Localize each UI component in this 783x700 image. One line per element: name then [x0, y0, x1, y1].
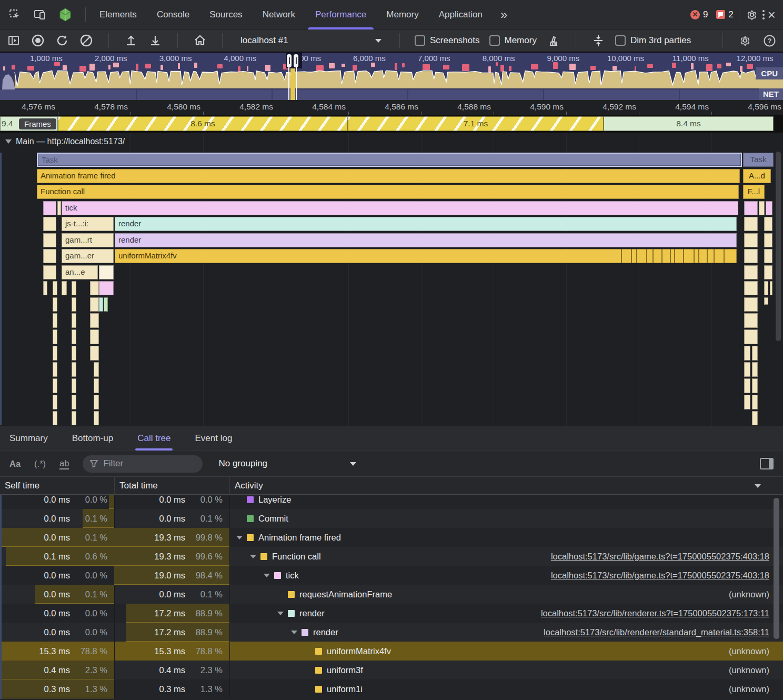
flame-block[interactable] — [744, 233, 758, 247]
flame-bar-uniformmatrix4fv[interactable]: uniformMatrix4fv — [115, 249, 737, 263]
flame-block[interactable] — [744, 378, 750, 393]
flame-block[interactable] — [90, 346, 99, 361]
filter-input[interactable]: Filter — [83, 455, 203, 473]
flame-block[interactable] — [104, 297, 108, 312]
regex-button[interactable]: (.*) — [34, 459, 46, 469]
tab-elements[interactable]: Elements — [99, 0, 137, 29]
toggle-sidebar-icon[interactable] — [6, 33, 21, 48]
flame-bar-a-d[interactable]: A...d — [743, 169, 771, 183]
flame-block[interactable] — [764, 233, 772, 247]
frame-item[interactable]: 8.4 ms — [604, 116, 774, 131]
table-scrollbar-thumb[interactable] — [774, 498, 779, 639]
show-sidebar-icon[interactable] — [760, 458, 774, 469]
drawer-tab-bottom-up[interactable]: Bottom-up — [72, 426, 113, 451]
settings-gear-icon[interactable] — [745, 7, 759, 22]
flame-block[interactable] — [99, 297, 103, 312]
home-icon[interactable] — [193, 33, 207, 48]
main-thread-header[interactable]: Main — http://localhost:5173/ — [5, 137, 125, 146]
table-row[interactable]: 0.4 ms2.3 %0.4 ms2.3 %uniform3f(unknown) — [0, 661, 783, 679]
expand-arrow-icon[interactable] — [250, 555, 256, 558]
dim-3rd-parties-checkbox[interactable]: Dim 3rd parties — [615, 35, 691, 46]
capture-settings-gear-icon[interactable] — [738, 33, 752, 48]
flame-block[interactable] — [53, 281, 57, 295]
save-profile-icon[interactable] — [148, 33, 163, 48]
flame-block[interactable] — [744, 329, 758, 344]
flame-block[interactable] — [744, 249, 758, 263]
source-link[interactable]: localhost:5173/src/lib/renderer/standard… — [544, 623, 783, 642]
record-icon[interactable] — [31, 33, 45, 48]
flame-block[interactable] — [90, 313, 99, 328]
flame-bar-block[interactable] — [99, 265, 114, 279]
tab-console[interactable]: Console — [157, 0, 189, 29]
flame-block[interactable] — [90, 281, 99, 295]
more-tabs-icon[interactable]: » — [500, 0, 507, 29]
table-row[interactable]: 0.3 ms1.3 %0.3 ms1.3 %uniform1i(unknown) — [0, 679, 783, 698]
table-row[interactable]: 0.0 ms0.1 %19.3 ms99.8 %Animation frame … — [0, 528, 783, 547]
tab-memory[interactable]: Memory — [386, 0, 418, 29]
table-row[interactable]: 0.0 ms0.0 %17.2 ms88.9 %renderlocalhost:… — [0, 623, 783, 642]
flame-block[interactable] — [759, 201, 765, 215]
tab-application[interactable]: Application — [439, 0, 483, 29]
framework-devtools-icon[interactable] — [58, 7, 73, 22]
tab-sources[interactable]: Sources — [209, 0, 242, 29]
flame-block[interactable] — [744, 217, 758, 231]
expand-arrow-icon[interactable] — [277, 612, 284, 615]
tab-performance[interactable]: Performance — [315, 0, 366, 29]
drawer-tab-event-log[interactable]: Event log — [195, 426, 232, 451]
expand-arrow-icon[interactable] — [264, 574, 270, 577]
flame-bar-task[interactable]: Task — [37, 153, 742, 167]
flame-block[interactable] — [53, 411, 57, 425]
table-row[interactable]: 0.0 ms0.0 %0.0 ms0.0 %Layerize — [0, 495, 783, 509]
flame-bar-block[interactable] — [43, 201, 56, 215]
help-icon[interactable]: ? — [762, 33, 777, 48]
flame-bar-render[interactable]: render — [115, 217, 737, 231]
flame-bar-render[interactable]: render — [115, 233, 737, 247]
flame-block[interactable] — [72, 297, 76, 312]
table-row[interactable]: 0.0 ms0.0 %17.2 ms88.9 %renderlocalhost:… — [0, 604, 783, 623]
expand-arrow-icon[interactable] — [236, 536, 243, 539]
memory-checkbox[interactable]: Memory — [489, 35, 537, 46]
activity-column-header[interactable]: Activity — [230, 477, 783, 494]
flame-bar-js-t-i-[interactable]: js-t...:i: — [62, 217, 114, 231]
flame-block[interactable] — [744, 281, 758, 295]
total-time-column-header[interactable]: Total time — [115, 477, 230, 494]
gc-brush-icon[interactable] — [546, 33, 561, 48]
reload-and-record-icon[interactable] — [55, 33, 69, 48]
flame-block[interactable] — [72, 329, 76, 344]
flame-block[interactable] — [744, 297, 758, 312]
flame-block[interactable] — [752, 378, 758, 393]
flame-block[interactable] — [764, 265, 772, 279]
flame-block[interactable] — [752, 346, 758, 361]
frame-item[interactable]: 8.6 ms — [58, 116, 348, 131]
main-thread-flame-chart[interactable]: Main — http://localhost:5173/ TaskTaskAn… — [0, 133, 783, 426]
flame-block[interactable] — [744, 395, 750, 409]
device-toolbar-icon[interactable] — [33, 7, 47, 22]
flame-block[interactable] — [53, 378, 57, 393]
flame-bar-function-call[interactable]: Function call — [37, 185, 739, 199]
flame-block[interactable] — [764, 297, 768, 305]
whole-word-button[interactable]: ab — [59, 458, 69, 469]
flame-block[interactable] — [744, 362, 750, 377]
flame-block[interactable] — [53, 297, 57, 312]
kebab-menu-icon[interactable] — [759, 10, 768, 19]
flame-bar-animation-frame-fired[interactable]: Animation frame fired — [37, 169, 740, 183]
flame-block[interactable] — [770, 281, 772, 295]
flame-block[interactable] — [764, 249, 772, 263]
source-link[interactable]: localhost:5173/src/lib/renderer.ts?t=175… — [541, 604, 783, 623]
error-count-badge[interactable]: ✕ 9 — [690, 9, 708, 20]
source-link[interactable]: localhost:5173/src/lib/game.ts?t=1750005… — [551, 566, 783, 585]
flame-block[interactable] — [752, 395, 758, 409]
flame-block[interactable] — [72, 378, 76, 393]
table-row[interactable]: 0.0 ms0.1 %0.0 ms0.1 %Commit — [0, 509, 783, 528]
flame-block[interactable] — [94, 395, 99, 409]
flame-bar-gam-er[interactable]: gam...er — [62, 249, 114, 263]
flame-block[interactable] — [53, 329, 57, 344]
load-profile-icon[interactable] — [124, 33, 138, 48]
flame-block[interactable] — [62, 281, 67, 295]
issues-count-badge[interactable]: 2 — [716, 9, 733, 20]
flame-block[interactable] — [766, 201, 772, 215]
flame-bar-block[interactable] — [57, 201, 61, 215]
flame-block[interactable] — [53, 395, 57, 409]
self-time-column-header[interactable]: Self time — [0, 477, 115, 494]
inspect-element-icon[interactable] — [7, 7, 22, 22]
